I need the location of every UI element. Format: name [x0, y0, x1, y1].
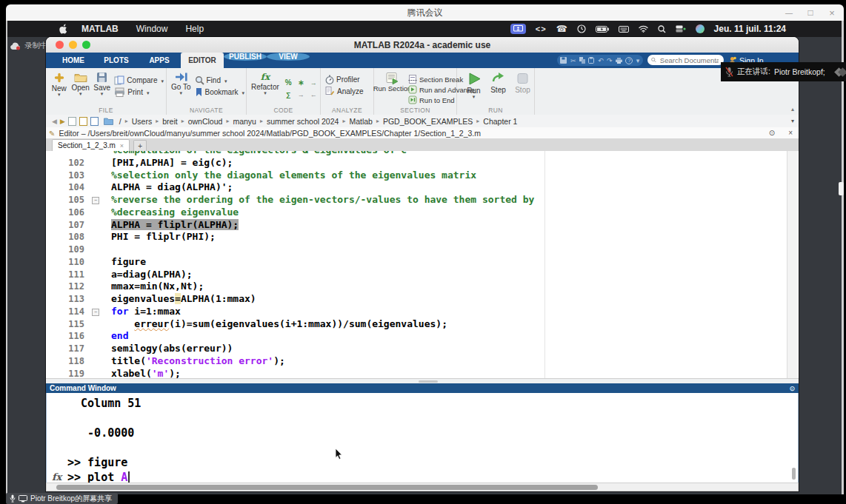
- tab-home[interactable]: HOME: [52, 53, 95, 68]
- code-editor[interactable]: %computation of the eigenvectors & eigen…: [46, 151, 799, 378]
- command-window-titlebar[interactable]: Command Window: [46, 383, 799, 393]
- qa-copy-icon[interactable]: [579, 57, 585, 64]
- hscrollbar-thumb[interactable]: [56, 485, 598, 490]
- breadcrumb-segment[interactable]: Chapter 1: [483, 117, 517, 126]
- code-line[interactable]: 113eigenvalues=ALPHA(1:mmax): [46, 293, 799, 306]
- code-line[interactable]: 105−%reverse the ordering of the eigen-v…: [46, 194, 799, 206]
- code-line[interactable]: 106%decreasing eigenvalue: [46, 206, 799, 219]
- refactor-dropdown-icon[interactable]: [264, 91, 267, 95]
- code-line[interactable]: 116end: [46, 330, 799, 343]
- indent-left-icon[interactable]: [310, 90, 317, 98]
- minimize-icon[interactable]: [785, 7, 793, 18]
- file-tab[interactable]: Section_1_2_3.m: [52, 139, 130, 151]
- search-input[interactable]: [659, 56, 720, 65]
- breadcrumb-segment[interactable]: manyu: [233, 117, 256, 126]
- close-window-icon[interactable]: [56, 41, 64, 49]
- documentation-search[interactable]: [647, 55, 724, 65]
- code-line[interactable]: 111a=diag(ALPHA);: [46, 269, 799, 281]
- code-line[interactable]: 103%selection only the diagonal elements…: [46, 169, 799, 182]
- indent-right-icon[interactable]: [298, 90, 304, 98]
- qa-dropdown-icon[interactable]: [636, 57, 640, 64]
- menu-item-help[interactable]: Help: [185, 24, 204, 34]
- run-dropdown-icon[interactable]: [473, 95, 476, 99]
- annotation-strip[interactable]: [787, 151, 798, 378]
- editor-panel-header[interactable]: Editor – /Users/breit/ownCloud/manyu/sum…: [46, 127, 799, 139]
- qa-save-icon[interactable]: [560, 57, 567, 64]
- apple-logo-icon[interactable]: [59, 24, 68, 34]
- new-folder-icon[interactable]: [90, 117, 99, 126]
- wifi-icon[interactable]: [639, 25, 648, 33]
- tab-view[interactable]: VIEW: [267, 53, 310, 61]
- command-window[interactable]: Column 51 -0.0000>> figure>> plot A fx: [46, 393, 799, 483]
- print-button[interactable]: Print: [114, 87, 164, 97]
- uncomment-icon[interactable]: [310, 78, 317, 87]
- phone-icon[interactable]: [556, 24, 567, 34]
- find-button[interactable]: Find: [195, 75, 245, 85]
- analyze-button[interactable]: Analyze: [325, 87, 364, 95]
- maximize-icon[interactable]: [806, 7, 815, 18]
- zoom-window-icon[interactable]: [82, 41, 90, 49]
- fold-toggle-icon[interactable]: −: [92, 309, 99, 316]
- clock-icon[interactable]: [577, 24, 586, 33]
- qa-help-icon[interactable]: [625, 57, 633, 64]
- stop-button[interactable]: Stop: [513, 72, 532, 99]
- code-line[interactable]: 109: [46, 243, 799, 256]
- breadcrumb-segment[interactable]: breit: [162, 117, 177, 126]
- close-icon[interactable]: [827, 7, 836, 19]
- collapse-ribbon-icon[interactable]: [791, 106, 794, 112]
- minimize-window-icon[interactable]: [69, 41, 77, 49]
- code-line[interactable]: 119xlabel('m');: [46, 368, 799, 379]
- compare-button[interactable]: Compare: [114, 75, 164, 85]
- code-line[interactable]: 104ALPHA = diag(ALPHA)';: [46, 181, 799, 194]
- open-button[interactable]: Open: [71, 72, 89, 97]
- bookmark-button[interactable]: Bookmark: [195, 87, 245, 97]
- compare-dropdown-icon[interactable]: [159, 76, 164, 84]
- breadcrumb-segment[interactable]: ownCloud: [188, 117, 223, 126]
- panel-close-icon[interactable]: [788, 129, 793, 137]
- up-folder-icon[interactable]: [79, 117, 87, 126]
- browse-folder-icon[interactable]: [68, 117, 76, 126]
- xcode-icon[interactable]: [536, 24, 547, 33]
- code-line[interactable]: 112mmax=min(Nx,Nt);: [46, 280, 799, 293]
- tab-publish[interactable]: PUBLISH: [224, 53, 267, 61]
- code-line[interactable]: 114−for i=1:mmax: [46, 306, 799, 318]
- open-dropdown-icon[interactable]: [79, 92, 82, 96]
- breadcrumb-segment[interactable]: summer school 2024: [267, 117, 339, 126]
- breadcrumb-segment[interactable]: /: [119, 117, 121, 126]
- bookmark-dropdown-icon[interactable]: [241, 88, 245, 96]
- qa-undo-icon[interactable]: [598, 57, 604, 64]
- keyboard-icon[interactable]: [619, 26, 629, 33]
- print-dropdown-icon[interactable]: [145, 88, 150, 96]
- comment-icon[interactable]: [285, 78, 292, 87]
- tab-close-icon[interactable]: [120, 141, 124, 149]
- code-line[interactable]: 107ALPHA = fliplr(ALPHA);: [46, 219, 799, 232]
- code-line[interactable]: 117semilogy(abs(erreur)): [46, 343, 799, 355]
- new-tab-button[interactable]: [133, 140, 147, 151]
- screen-share-badge[interactable]: Piotr Breitkop的屏幕共享: [6, 493, 118, 504]
- forward-icon[interactable]: [60, 118, 65, 125]
- tab-plots[interactable]: PLOTS: [95, 53, 138, 68]
- tab-apps[interactable]: APPS: [138, 53, 181, 68]
- code-line[interactable]: 118title('Reconstruction error');: [46, 355, 799, 368]
- save-button[interactable]: Save: [93, 72, 110, 97]
- smart-indent-icon[interactable]: [286, 90, 290, 98]
- qa-print-icon[interactable]: [616, 58, 622, 64]
- command-window-vscrollbar[interactable]: [792, 468, 796, 480]
- breadcrumb-dropdown-icon[interactable]: [791, 118, 794, 124]
- new-dropdown-icon[interactable]: [58, 93, 61, 97]
- run-section-button[interactable]: Run Section: [379, 72, 406, 104]
- spotlight-search-icon[interactable]: [658, 25, 666, 33]
- siri-icon[interactable]: [696, 24, 705, 33]
- menu-item-window[interactable]: Window: [136, 24, 168, 34]
- code-line[interactable]: 115 erreur(i)=sum(eigenvalues(i+1:mmax))…: [46, 318, 799, 331]
- command-window-actions-icon[interactable]: [789, 385, 795, 392]
- breadcrumb-segment[interactable]: Users: [132, 117, 152, 126]
- goto-button[interactable]: Go To: [171, 72, 191, 97]
- back-icon[interactable]: [52, 118, 57, 125]
- new-button[interactable]: New: [50, 72, 67, 97]
- breadcrumb-segment[interactable]: Matlab: [349, 117, 373, 126]
- tab-editor[interactable]: EDITOR: [181, 53, 224, 68]
- step-button[interactable]: Step: [489, 72, 507, 99]
- panel-actions-icon[interactable]: [769, 129, 775, 137]
- goto-dropdown-icon[interactable]: [179, 91, 182, 95]
